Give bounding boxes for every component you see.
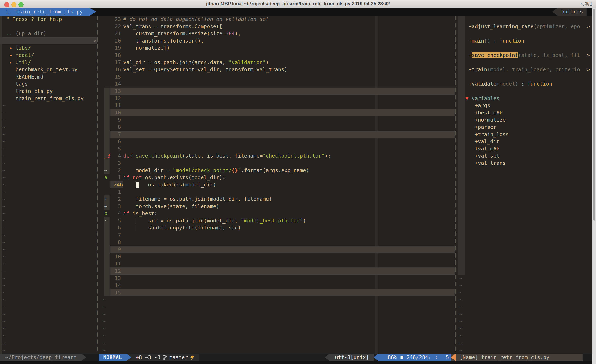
fold-line[interactable]: 12+-- 15 lines: class AverageMeter(objec… [99, 267, 455, 275]
window-separator[interactable] [455, 16, 456, 354]
file-tree-item[interactable]: ▸ model/ [0, 51, 97, 59]
code-line[interactable]: +3 torch.save(state, filename) [99, 203, 455, 210]
code-line[interactable]: 8 [99, 124, 455, 131]
empty-line: ~ [0, 217, 97, 224]
file-tree-item[interactable]: tags [0, 80, 97, 87]
tag-item[interactable]: +train(model, train_loader, criterio> [458, 66, 592, 73]
tag-item[interactable]: ▼ variables [458, 95, 592, 102]
tilde-marker: ~ [0, 296, 97, 303]
tree-item-label: ▸ libs/ [0, 44, 97, 51]
fold-line[interactable]: 7+-- 35 lines: def validate(model): [99, 131, 455, 138]
tilde-marker: ~ [0, 267, 97, 275]
code-line[interactable]: 15 [99, 73, 455, 80]
line-number: 7 [110, 131, 121, 138]
tag-item[interactable]: +args [458, 102, 592, 109]
empty-line: ~ [99, 339, 455, 347]
code-text: def save_checkpoint(state, is_best, file… [123, 152, 331, 160]
gutter-sign: + [104, 196, 107, 202]
code-line[interactable]: 17val_dir = os.path.join(args.data, "val… [99, 59, 455, 66]
file-tree-item[interactable]: .. (up a dir) [0, 30, 97, 37]
code-line[interactable]: 9 [99, 116, 455, 124]
tag-item[interactable]: +val_set [458, 152, 592, 160]
code-line[interactable]: +2 filename = os.path.join(model_dir, fi… [99, 196, 455, 203]
tilde-marker: ~ [0, 102, 97, 109]
tag-item[interactable]: +val_dir [458, 138, 592, 145]
code-line[interactable]: 11 [99, 102, 455, 109]
code-line[interactable]: 13 [99, 275, 455, 282]
code-line[interactable]: ~5 src = os.path.join(model_dir, "model_… [99, 217, 455, 224]
code-line[interactable]: 1 [99, 188, 455, 196]
code-line[interactable]: 10 [99, 253, 455, 260]
tag-item[interactable]: +adjust_learning_rate(optimizer, epo> [458, 23, 592, 30]
command-line[interactable] [0, 361, 596, 364]
code-line[interactable]: 6 shutil.copyfile(filename, src) [99, 224, 455, 232]
code-line[interactable]: 23# do not do data augmentation on valid… [99, 16, 455, 23]
code-line[interactable]: 14 [99, 282, 455, 289]
fold-line[interactable]: 10+-- 50 lines: def train(model, train_l… [99, 109, 455, 116]
fold-line[interactable]: 9+-- 9 lines: def adjust_learning_rate(o… [99, 246, 455, 253]
code-line[interactable]: 19 normalize]) [99, 44, 455, 51]
tag-item[interactable]: +parser [458, 124, 592, 131]
tag-item[interactable]: +best_mAP [458, 109, 592, 116]
code-line[interactable]: 21 custom_transform.Resize(size=384), [99, 30, 455, 37]
fold-line[interactable]: 15+-- 2 lines: if __name__ == "__main__"… [99, 289, 455, 296]
code-line[interactable]: 16val_set = QuerySet(root=val_dir, trans… [99, 66, 455, 73]
file-tree-item[interactable]: " Press ? for help [0, 16, 97, 23]
code-line[interactable]: 3 [99, 160, 455, 167]
code-line[interactable]: a1if not os.path.exists(model_dir): [99, 174, 455, 181]
truncation-icon: > [587, 66, 590, 73]
buffers-label[interactable]: buffers [558, 8, 587, 16]
titlebar: jdhao-MBP.local ~/Projects/deep_firearm/… [0, 0, 596, 8]
tilde-marker: ~ [0, 174, 97, 181]
file-tree-item[interactable]: train_retr_from_cls.py [0, 95, 97, 102]
powerline-arrow-icon [82, 354, 86, 361]
code-line[interactable]: 8 [99, 239, 455, 246]
sign-column-cell [104, 253, 110, 260]
code-line[interactable]: 5 [99, 145, 455, 153]
code-line[interactable]: 12 [99, 95, 455, 102]
statusline-cwd: ~/Projects/deep_firearm [0, 354, 82, 361]
file-tree-item[interactable]: ▸ util/ [0, 59, 97, 66]
code-line[interactable]: 7 [99, 232, 455, 239]
code-line[interactable]: ~2 model_dir = "model/check_point/{}".fo… [99, 167, 455, 174]
code-text: if not os.path.exists(model_dir): [123, 174, 225, 181]
tilde-marker: ~ [0, 124, 97, 131]
code-line[interactable]: 22val_trans = transforms.Compose([ [99, 23, 455, 30]
fold-line[interactable]: 13+-- 73 lines: def main(): [99, 87, 455, 95]
tag-item[interactable]: +normalize [458, 116, 592, 124]
tag-item[interactable]: +train_loss [458, 131, 592, 138]
file-tree-item[interactable]: benchmark_on_test.py [0, 66, 97, 73]
file-tree-item[interactable] [0, 23, 97, 30]
scrollbar-track[interactable] [592, 8, 596, 364]
window-separator[interactable] [97, 16, 98, 354]
empty-line: ~ [0, 260, 97, 267]
file-tree-item[interactable]: </jdhao/Projects/deep_firear> [0, 37, 97, 44]
file-tree-item[interactable]: README.md [0, 73, 97, 80]
line-number: 9 [110, 116, 121, 124]
lightning-icon [190, 354, 194, 360]
code-text: custom_transform.Resize(size=384), [123, 30, 241, 37]
tag-item[interactable]: +validate(model) : function [458, 80, 592, 87]
code-line[interactable]: 6 [99, 138, 455, 145]
tag-item[interactable]: +main() : function [458, 37, 592, 44]
sign-column-cell [104, 16, 110, 23]
code-line[interactable]: 246 os.makedirs(model_dir) [99, 181, 455, 188]
editor-panel[interactable]: 23# do not do data augmentation on valid… [99, 16, 455, 354]
tab-train-retr-from-cls[interactable]: 1. train_retr_from_cls.py [0, 8, 89, 16]
code-line[interactable]: _34def save_checkpoint(state, is_best, f… [99, 152, 455, 160]
code-line[interactable]: 14 [99, 80, 455, 87]
tag-item[interactable]: +save_checkpoint(state, is_best, fil> [458, 51, 592, 59]
code-line[interactable]: 20 transforms.ToTensor(), [99, 37, 455, 44]
code-line[interactable]: 11 [99, 260, 455, 267]
sign-column-cell [104, 87, 110, 95]
lines-icon: ≡ [400, 354, 403, 361]
code-line[interactable]: b4if is_best: [99, 210, 455, 217]
file-tree-item[interactable]: ▸ libs/ [0, 44, 97, 51]
file-tree-item[interactable]: train_cls.py [0, 87, 97, 95]
tilde-marker: ~ [0, 188, 97, 196]
scrollbar-thumb[interactable] [593, 8, 596, 221]
tag-item[interactable]: +val_trans [458, 160, 592, 167]
empty-line: ~ [458, 289, 592, 296]
code-line[interactable]: 18 [99, 51, 455, 59]
tag-item[interactable]: +val_mAP [458, 145, 592, 153]
